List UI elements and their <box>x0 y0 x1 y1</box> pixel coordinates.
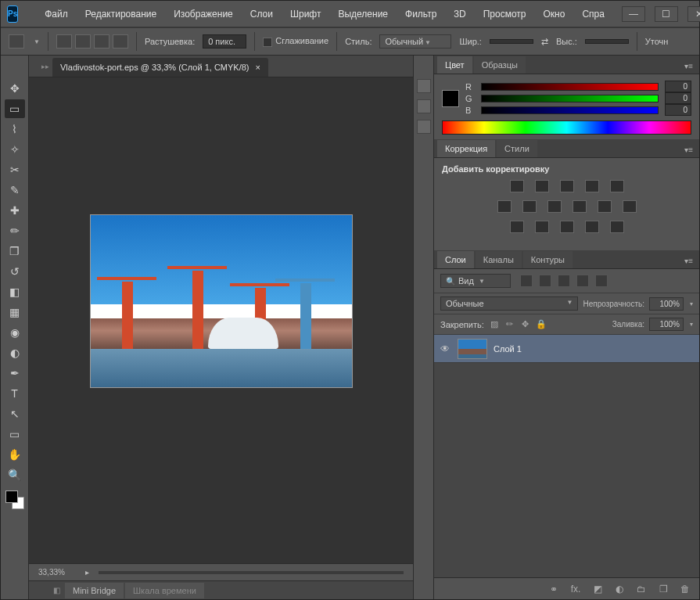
canvas[interactable] <box>90 214 353 388</box>
menu-window[interactable]: Окно <box>539 5 570 23</box>
minimize-button[interactable]: — <box>622 6 645 22</box>
add-mask-icon[interactable]: ◩ <box>591 583 604 595</box>
lock-all-icon[interactable]: 🔒 <box>536 319 547 330</box>
add-selection-icon[interactable] <box>75 34 91 49</box>
panel-menu-icon[interactable]: ▾≡ <box>678 59 699 74</box>
width-input[interactable] <box>490 39 533 44</box>
lock-transparent-icon[interactable]: ▨ <box>489 319 500 330</box>
zoom-display[interactable]: 33,33% <box>38 568 85 577</box>
r-value[interactable]: 0 <box>665 81 691 92</box>
menu-select[interactable]: Выделение <box>333 5 393 23</box>
opacity-value[interactable]: 100% <box>649 297 684 311</box>
menu-layers[interactable]: Слои <box>246 5 278 23</box>
subtract-selection-icon[interactable] <box>94 34 109 49</box>
hand-tool[interactable]: ✋ <box>5 445 25 464</box>
channel-mixer-icon[interactable] <box>598 200 612 213</box>
close-button[interactable]: ✕ <box>687 6 700 22</box>
r-slider[interactable] <box>481 83 659 91</box>
gradient-map-icon[interactable] <box>585 221 599 233</box>
tab-color[interactable]: Цвет <box>437 56 472 74</box>
panel-menu-icon[interactable]: ▾≡ <box>678 142 699 157</box>
history-brush-tool[interactable]: ↺ <box>5 262 25 281</box>
delete-layer-icon[interactable]: 🗑 <box>679 583 691 595</box>
magic-wand-tool[interactable]: ✧ <box>5 140 25 159</box>
tab-styles[interactable]: Стили <box>497 140 537 157</box>
color-balance-icon[interactable] <box>522 200 537 213</box>
menu-help[interactable]: Спра <box>577 5 609 23</box>
filter-kind-select[interactable]: Вид▼ <box>440 274 511 288</box>
color-lookup-icon[interactable] <box>623 200 637 213</box>
filter-shape-icon[interactable] <box>576 275 589 287</box>
filter-adjust-icon[interactable] <box>539 275 551 287</box>
levels-icon[interactable] <box>535 180 549 192</box>
b-slider[interactable] <box>481 106 659 114</box>
zoom-tool[interactable]: 🔍 <box>5 465 25 484</box>
color-spectrum[interactable] <box>442 120 691 135</box>
invert-icon[interactable] <box>510 221 524 233</box>
vibrance-icon[interactable] <box>610 180 624 192</box>
color-swatches[interactable] <box>5 490 24 509</box>
refine-edge-button[interactable]: Уточн <box>645 37 669 46</box>
menu-type[interactable]: Шрифт <box>285 5 325 23</box>
selective-color-icon[interactable] <box>610 221 624 233</box>
type-tool[interactable]: T <box>5 384 25 403</box>
tabs-handle-icon[interactable]: ▸▸ <box>38 56 52 77</box>
tab-channels[interactable]: Каналы <box>476 251 522 268</box>
scroll-track[interactable] <box>99 571 404 574</box>
tool-preset-icon[interactable] <box>9 34 24 49</box>
g-value[interactable]: 0 <box>665 92 691 104</box>
dock-icon-history[interactable] <box>417 79 431 93</box>
chevron-down-icon[interactable]: ▾ <box>690 300 693 307</box>
filter-type-icon[interactable] <box>558 275 570 287</box>
crop-tool[interactable]: ✂ <box>5 160 25 179</box>
feather-input[interactable]: 0 пикс. <box>203 34 246 49</box>
document-tab[interactable]: Vladivostok-port.eps @ 33,3% (Слой 1, CM… <box>52 58 268 77</box>
maximize-button[interactable]: ☐ <box>655 6 678 22</box>
posterize-icon[interactable] <box>535 221 549 233</box>
new-selection-icon[interactable] <box>56 34 72 49</box>
tab-layers[interactable]: Слои <box>437 251 474 268</box>
gradient-tool[interactable]: ▦ <box>5 303 25 322</box>
threshold-icon[interactable] <box>560 221 574 233</box>
shape-tool[interactable]: ▭ <box>5 425 25 444</box>
status-menu-icon[interactable]: ▸ <box>85 568 89 577</box>
close-tab-icon[interactable]: × <box>256 63 260 72</box>
style-select[interactable]: Обычный▼ <box>379 34 451 49</box>
healing-brush-tool[interactable]: ✚ <box>5 201 25 220</box>
g-slider[interactable] <box>481 95 659 102</box>
brightness-icon[interactable] <box>510 180 524 192</box>
foreground-swatch[interactable] <box>5 490 18 503</box>
panel-menu-icon[interactable]: ▾≡ <box>678 253 699 268</box>
tab-paths[interactable]: Контуры <box>523 251 573 268</box>
exposure-icon[interactable] <box>585 180 599 192</box>
lock-position-icon[interactable]: ✥ <box>520 319 531 330</box>
menu-3d[interactable]: 3D <box>449 5 470 23</box>
filter-smart-icon[interactable] <box>595 275 608 287</box>
antialias-checkbox[interactable] <box>263 38 272 47</box>
hue-sat-icon[interactable] <box>497 200 512 213</box>
current-color-swatch[interactable] <box>442 90 459 107</box>
lasso-tool[interactable]: ⌇ <box>5 120 25 138</box>
layer-row[interactable]: 👁 Слой 1 <box>434 335 699 363</box>
bw-icon[interactable] <box>547 200 562 213</box>
eyedropper-tool[interactable]: ✎ <box>5 181 25 199</box>
path-selection-tool[interactable]: ↖ <box>5 404 25 423</box>
chevron-down-icon[interactable]: ▾ <box>690 321 693 328</box>
tab-swatches[interactable]: Образцы <box>474 56 526 74</box>
tab-mini-bridge[interactable]: Mini Bridge <box>65 583 124 598</box>
tab-adjustments[interactable]: Коррекция <box>437 140 495 157</box>
menu-image[interactable]: Изображение <box>169 5 238 23</box>
filter-pixel-icon[interactable] <box>520 275 533 287</box>
dock-icon-properties[interactable] <box>417 99 431 113</box>
layer-fx-icon[interactable]: fx. <box>569 583 582 595</box>
new-group-icon[interactable]: 🗀 <box>635 583 648 595</box>
b-value[interactable]: 0 <box>665 104 691 116</box>
blend-mode-select[interactable]: Обычные▼ <box>440 296 578 311</box>
pen-tool[interactable]: ✒ <box>5 364 25 383</box>
lock-pixels-icon[interactable]: ✏ <box>504 319 515 330</box>
tab-timeline[interactable]: Шкала времени <box>125 583 204 598</box>
menu-filter[interactable]: Фильтр <box>400 5 441 23</box>
new-layer-icon[interactable]: ❐ <box>657 583 669 595</box>
brush-tool[interactable]: ✏ <box>5 221 25 240</box>
swap-icon[interactable]: ⇄ <box>541 37 548 47</box>
